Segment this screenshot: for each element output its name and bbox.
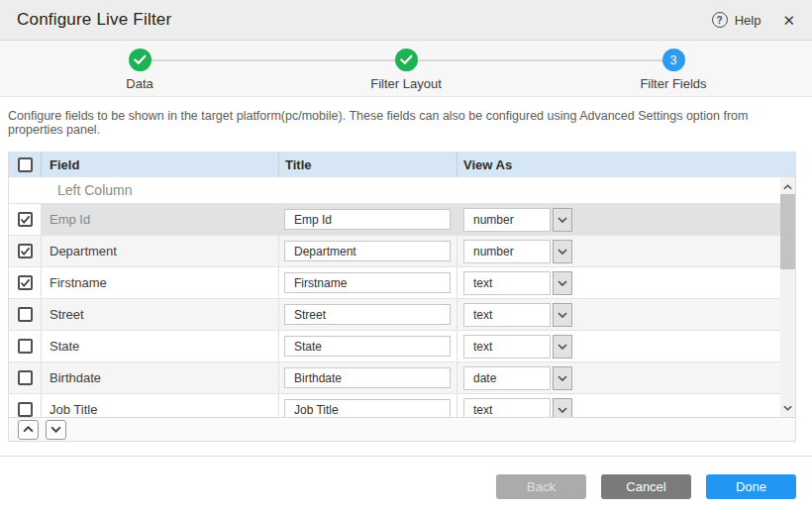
view-as-value: number bbox=[463, 208, 551, 232]
title-input[interactable] bbox=[284, 336, 451, 357]
header-view-as: View As bbox=[457, 152, 795, 177]
chevron-down-icon[interactable] bbox=[553, 271, 572, 295]
step-filter-fields[interactable]: 3 Filter Fields bbox=[614, 49, 733, 91]
step-data[interactable]: Data bbox=[80, 49, 199, 91]
view-as-cell: text bbox=[457, 394, 780, 417]
grid-footer bbox=[9, 417, 795, 442]
view-as-value: number bbox=[463, 240, 551, 263]
filter-fields-table: Field Title View As Left Column Emp Id n… bbox=[8, 152, 796, 442]
view-as-cell: number bbox=[457, 204, 780, 235]
move-up-button[interactable] bbox=[18, 420, 39, 440]
title-input[interactable] bbox=[284, 209, 451, 230]
field-name-label: Job Title bbox=[41, 394, 278, 417]
chevron-down-icon[interactable] bbox=[553, 366, 572, 390]
row-checkbox[interactable] bbox=[18, 370, 33, 385]
scrollbar-thumb[interactable] bbox=[780, 194, 795, 269]
row-checkbox-cell bbox=[9, 394, 41, 417]
view-as-select[interactable]: number bbox=[463, 208, 572, 232]
view-as-select[interactable]: text bbox=[463, 335, 572, 359]
title-cell bbox=[278, 362, 457, 393]
done-button[interactable]: Done bbox=[706, 474, 796, 499]
title-input[interactable] bbox=[284, 272, 451, 293]
table-row[interactable]: Street text bbox=[9, 298, 780, 330]
view-as-value: date bbox=[463, 366, 551, 390]
table-body: Left Column Emp Id number bbox=[9, 177, 795, 417]
step-label: Data bbox=[80, 76, 199, 91]
title-cell bbox=[278, 394, 457, 417]
dialog-actions: Back Cancel Done bbox=[496, 474, 796, 499]
row-checkbox-cell bbox=[9, 204, 41, 235]
view-as-select[interactable]: text bbox=[463, 271, 572, 295]
field-name-label: Firstname bbox=[41, 267, 278, 298]
cancel-button[interactable]: Cancel bbox=[601, 474, 691, 499]
table-row[interactable]: Emp Id number bbox=[9, 203, 780, 235]
view-as-select[interactable]: text bbox=[463, 398, 572, 418]
title-input[interactable] bbox=[284, 241, 451, 261]
table-row[interactable]: Job Title text bbox=[9, 393, 780, 417]
field-name-label: State bbox=[41, 331, 278, 361]
table-header-row: Field Title View As bbox=[9, 152, 795, 177]
row-checkbox[interactable] bbox=[18, 307, 33, 322]
dialog-title: Configure Live Filter bbox=[17, 10, 171, 30]
row-checkbox[interactable] bbox=[18, 244, 33, 258]
view-as-select[interactable]: number bbox=[463, 240, 572, 263]
title-cell bbox=[278, 299, 457, 330]
back-button[interactable]: Back bbox=[496, 474, 586, 499]
view-as-cell: text bbox=[457, 299, 780, 330]
view-as-select[interactable]: text bbox=[463, 303, 572, 327]
title-input[interactable] bbox=[284, 367, 451, 388]
wizard-stepper: Data Filter Layout 3 Filter Fields bbox=[0, 41, 812, 97]
step-done-check-icon bbox=[395, 49, 418, 71]
title-cell bbox=[278, 204, 457, 235]
header-checkbox-cell bbox=[9, 152, 41, 177]
view-as-value: text bbox=[463, 335, 551, 359]
chevron-down-icon[interactable] bbox=[553, 335, 572, 359]
title-input[interactable] bbox=[284, 399, 451, 417]
chevron-down-icon[interactable] bbox=[553, 398, 572, 418]
field-name-label: Emp Id bbox=[41, 204, 278, 235]
row-checkbox[interactable] bbox=[18, 402, 33, 417]
help-icon[interactable]: ? bbox=[712, 12, 728, 28]
help-link[interactable]: Help bbox=[735, 13, 761, 28]
title-cell bbox=[278, 236, 457, 266]
move-down-button[interactable] bbox=[46, 420, 66, 440]
chevron-down-icon[interactable] bbox=[553, 303, 572, 327]
row-checkbox[interactable] bbox=[18, 212, 33, 227]
view-as-value: text bbox=[463, 271, 551, 295]
dialog-description: Configure fields to be shown in the targ… bbox=[8, 109, 802, 137]
table-row[interactable]: Firstname text bbox=[9, 266, 780, 298]
row-checkbox-cell bbox=[9, 267, 41, 298]
row-checkbox-cell bbox=[9, 299, 41, 330]
field-name-label: Department bbox=[41, 236, 278, 266]
chevron-down-icon[interactable] bbox=[553, 208, 572, 232]
table-row[interactable]: Birthdate date bbox=[9, 361, 780, 393]
step-filter-layout[interactable]: Filter Layout bbox=[347, 49, 465, 91]
step-done-check-icon bbox=[129, 49, 152, 71]
table-row[interactable]: State text bbox=[9, 330, 780, 361]
view-as-cell: text bbox=[457, 331, 780, 361]
scroll-up-icon[interactable] bbox=[780, 179, 795, 194]
view-as-select[interactable]: date bbox=[463, 366, 572, 390]
row-checkbox-cell bbox=[9, 362, 41, 393]
view-as-cell: number bbox=[457, 236, 780, 266]
field-name-label: Birthdate bbox=[41, 362, 278, 393]
title-cell bbox=[278, 267, 457, 298]
view-as-value: text bbox=[463, 303, 551, 327]
step-number-badge: 3 bbox=[662, 49, 685, 71]
row-checkbox[interactable] bbox=[18, 339, 33, 354]
group-row-left-column: Left Column bbox=[9, 177, 780, 203]
chevron-down-icon[interactable] bbox=[553, 240, 572, 263]
close-icon[interactable]: ✕ bbox=[782, 13, 795, 28]
dialog-titlebar: Configure Live Filter ? Help ✕ bbox=[0, 0, 812, 41]
view-as-cell: text bbox=[457, 267, 780, 298]
header-field: Field bbox=[41, 152, 278, 177]
row-checkbox[interactable] bbox=[18, 275, 33, 290]
configure-live-filter-dialog: Configure Live Filter ? Help ✕ Data Filt… bbox=[0, 0, 812, 514]
title-input[interactable] bbox=[284, 304, 451, 325]
select-all-checkbox[interactable] bbox=[18, 157, 33, 172]
vertical-scrollbar[interactable] bbox=[780, 177, 795, 417]
view-as-cell: date bbox=[457, 362, 780, 393]
table-row[interactable]: Department number bbox=[9, 235, 780, 266]
step-label: Filter Layout bbox=[347, 76, 465, 91]
scroll-down-icon[interactable] bbox=[780, 400, 795, 415]
